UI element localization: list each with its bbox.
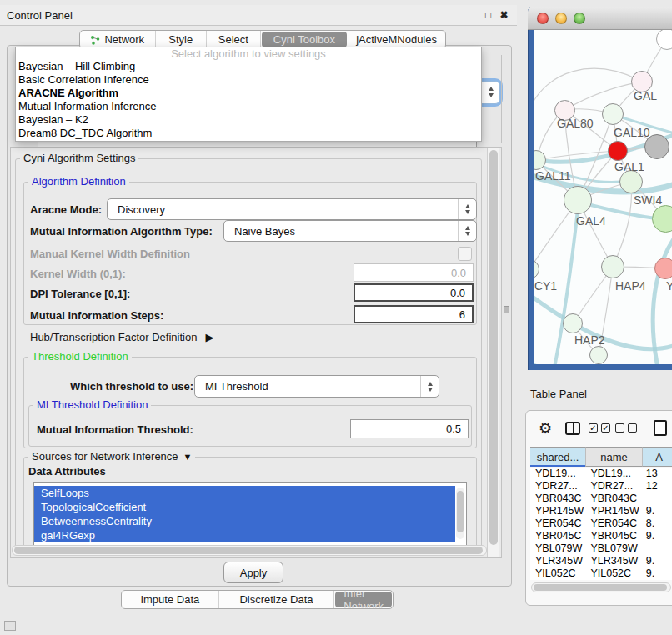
kernel-width-field[interactable]: 0.0: [354, 263, 474, 282]
zoom-traffic-icon[interactable]: [574, 12, 585, 24]
network-node[interactable]: [619, 170, 643, 193]
table-row[interactable]: YBR045CYBR045C9.: [530, 530, 672, 542]
table-cell[interactable]: 9.: [639, 555, 672, 568]
tab-select[interactable]: Select: [207, 31, 261, 48]
mi-algorithm-type-combo[interactable]: Naive Bayes: [223, 220, 477, 242]
list-scrollbar[interactable]: [456, 488, 464, 539]
sources-toggle[interactable]: Sources for Network Inference ▼: [28, 451, 195, 462]
tab-discretize-data[interactable]: Discretize Data: [219, 591, 335, 608]
attribute-list-item[interactable]: SelfLoops: [34, 486, 455, 500]
table-row[interactable]: YIL052CYIL052C9.: [530, 568, 672, 580]
table-cell[interactable]: 8.: [639, 518, 672, 530]
column-header-partial[interactable]: A: [642, 447, 672, 467]
table-cell[interactable]: YBL079W: [584, 542, 639, 555]
bottom-tabs: Impute Data Discretize Data Infer Networ…: [121, 590, 394, 609]
table-cell[interactable]: YIL052C: [584, 568, 639, 580]
table-cell[interactable]: YBR043C: [584, 492, 639, 505]
network-node[interactable]: [563, 313, 583, 333]
tab-network[interactable]: Network: [80, 31, 156, 48]
attribute-list-item[interactable]: TopologicalCoefficient: [34, 500, 455, 514]
algorithm-option[interactable]: Bayesian – K2: [16, 113, 481, 127]
table-cell[interactable]: YBR043C: [530, 492, 584, 505]
data-attributes-list[interactable]: SelfLoopsTopologicalCoefficientBetweenne…: [33, 482, 467, 546]
table-cell[interactable]: YBR045C: [584, 530, 639, 542]
hub-definition-toggle[interactable]: Hub/Transcription Factor Definition ▶: [30, 331, 213, 343]
close-icon[interactable]: ✖: [498, 9, 510, 21]
mi-threshold-field[interactable]: 0.5: [350, 419, 469, 438]
page-icon[interactable]: [654, 420, 667, 436]
which-threshold-combo[interactable]: MI Threshold: [194, 375, 439, 398]
network-window-titlebar[interactable]: [528, 7, 672, 30]
algorithm-option[interactable]: Bayesian – Hill Climbing: [16, 60, 481, 73]
settings-hscrollbar[interactable]: [12, 545, 487, 556]
table-row[interactable]: YBL079WYBL079W: [530, 542, 672, 555]
table-cell[interactable]: 13: [639, 468, 672, 480]
table-cell[interactable]: YER054C: [530, 518, 584, 530]
splitter-handle[interactable]: [504, 306, 509, 313]
table-cell[interactable]: YIL052C: [530, 568, 584, 580]
resize-grip[interactable]: [4, 621, 16, 631]
table-cell[interactable]: YER054C: [584, 518, 639, 530]
algorithm-option[interactable]: Dream8 DC_TDC Algorithm: [16, 127, 481, 140]
table-cell[interactable]: YPR145W: [584, 505, 639, 518]
algorithm-dropdown-options: Bayesian – Hill ClimbingBasic Correlatio…: [16, 60, 481, 140]
network-node[interactable]: [654, 258, 672, 279]
split-columns-icon[interactable]: [565, 422, 580, 435]
network-node[interactable]: [602, 103, 624, 125]
algorithm-option[interactable]: Basic Correlation Inference: [16, 73, 481, 87]
mi-steps-field[interactable]: 6: [354, 305, 474, 323]
column-header-shared-name[interactable]: shared...: [530, 447, 585, 467]
gear-icon[interactable]: ⚙: [539, 419, 552, 438]
tab-jactivemnodules[interactable]: jActiveMNodules: [348, 31, 445, 48]
apply-button[interactable]: Apply: [223, 562, 283, 583]
table-cell[interactable]: YPR145W: [530, 505, 584, 518]
settings-vscrollbar[interactable]: [487, 148, 499, 557]
table-cell[interactable]: 9.: [639, 505, 672, 518]
table-row[interactable]: YDR27...YDR27...12: [530, 480, 672, 492]
tab-cyni-toolbox[interactable]: Cyni Toolbox: [262, 32, 348, 48]
table-row[interactable]: YER054CYER054C8.: [530, 518, 672, 530]
table-row[interactable]: YDL19...YDL19...13: [530, 468, 672, 480]
network-node-selected[interactable]: [608, 141, 628, 161]
attribute-list-item[interactable]: BetweennessCentrality: [34, 514, 455, 528]
table-row[interactable]: YPR145WYPR145W9.: [530, 505, 672, 518]
tab-impute-data[interactable]: Impute Data: [122, 591, 219, 608]
unchecked-columns-icon[interactable]: [615, 423, 637, 432]
table-hscrollbar[interactable]: [531, 582, 671, 592]
algorithm-option[interactable]: Mutual Information Inference: [16, 100, 481, 113]
table-row[interactable]: YLR345WYLR345W9.: [530, 555, 672, 568]
table-cell[interactable]: [639, 492, 672, 505]
table-cell[interactable]: 9.: [639, 568, 672, 580]
tab-style[interactable]: Style: [156, 31, 207, 48]
table-cell[interactable]: YLR345W: [584, 555, 639, 568]
column-header-name[interactable]: name: [585, 447, 642, 467]
table-cell[interactable]: YDR27...: [584, 480, 639, 492]
table-row[interactable]: YBR043CYBR043C: [530, 492, 672, 505]
table-cell[interactable]: [639, 542, 672, 555]
table-cell[interactable]: YBR045C: [530, 530, 584, 542]
close-traffic-icon[interactable]: [537, 12, 549, 24]
table-cell[interactable]: YBL079W: [530, 542, 584, 555]
algorithm-option[interactable]: ARACNE Algorithm: [16, 87, 481, 100]
aracne-mode-combo[interactable]: Discovery: [107, 198, 477, 220]
table-cell[interactable]: 12: [639, 480, 672, 492]
table-cell[interactable]: YDL19...: [530, 468, 584, 480]
network-node[interactable]: [601, 255, 624, 278]
table-cell[interactable]: YLR345W: [530, 555, 584, 568]
dpi-tolerance-field[interactable]: 0.0: [354, 283, 474, 302]
network-node[interactable]: [564, 186, 592, 214]
attribute-list-item[interactable]: gal4RGexp: [34, 528, 455, 542]
combo-spinner-icon[interactable]: [458, 221, 476, 241]
table-cell[interactable]: YDL19...: [584, 468, 639, 480]
manual-kernel-checkbox[interactable]: [458, 247, 472, 261]
float-window-icon[interactable]: □: [482, 9, 494, 21]
checked-columns-icon[interactable]: ✓ ✓: [589, 423, 610, 432]
table-cell[interactable]: 9.: [639, 530, 672, 542]
combo-spinner-icon[interactable]: [458, 199, 476, 219]
minimize-traffic-icon[interactable]: [555, 12, 567, 24]
combo-spinner-icon[interactable]: [420, 376, 439, 397]
tab-infer-network[interactable]: Infer Network: [335, 592, 392, 608]
table-cell[interactable]: YDR27...: [530, 480, 584, 492]
network-node[interactable]: [589, 346, 608, 364]
network-canvas[interactable]: GAL GAL80 GAL10 GAL1 GAL11 SWI4 GAL4 GCY…: [534, 30, 672, 364]
